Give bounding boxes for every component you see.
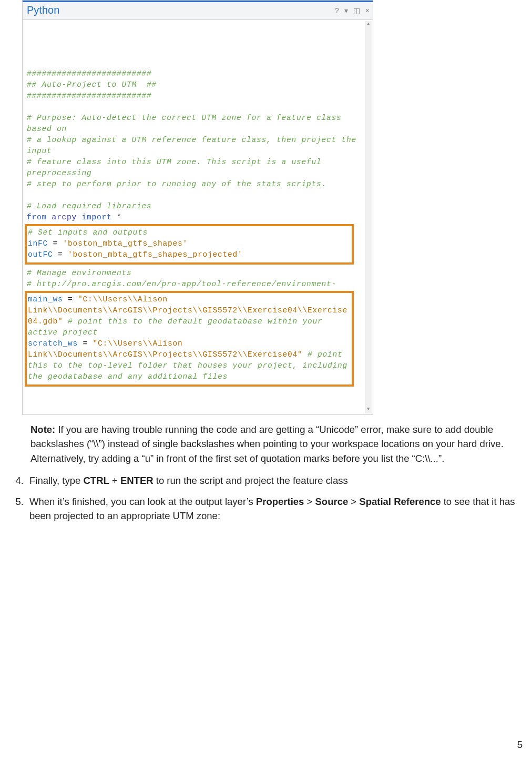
panel-title: Python	[27, 4, 59, 16]
properties-label: Properties	[256, 496, 304, 507]
code-line: # Manage environments	[27, 269, 132, 277]
menu-icon[interactable]: ▾	[344, 7, 348, 14]
code-line: # step to perform prior to running any o…	[27, 180, 326, 188]
code-text: ######################### ## Auto-Projec…	[27, 57, 371, 387]
code-line: # Set inputs and outputs	[28, 228, 148, 237]
kbd-ctrl: CTRL	[83, 475, 109, 486]
code-token: =	[63, 295, 78, 303]
code-area[interactable]: ▲ ▼ ######################### ## Auto-Pr…	[23, 20, 373, 414]
code-token: 'boston_mbta_gtfs_shapes'	[63, 239, 188, 248]
code-token: from	[27, 213, 47, 221]
code-token: scratch_ws	[28, 339, 78, 348]
step-text: Finally, type	[29, 475, 83, 486]
note-text: If you are having trouble running the co…	[30, 424, 504, 464]
help-icon[interactable]: ?	[335, 7, 339, 14]
code-line: # Purpose: Auto-detect the correct UTM z…	[27, 114, 346, 133]
code-token: # point this to the default geodatabase …	[28, 317, 328, 337]
scrollbar[interactable]: ▲ ▼	[365, 21, 372, 413]
code-token: main_ws	[28, 295, 63, 303]
kbd-enter: ENTER	[120, 475, 154, 486]
highlight-box-workspaces: main_ws = "C:\\Users\\Alison Link\\Docum…	[25, 291, 354, 387]
page-number: 5	[517, 739, 523, 751]
panel-controls: ? ▾ ◫ ×	[335, 7, 370, 14]
code-line: # feature class into this UTM zone. This…	[27, 158, 326, 177]
pin-icon[interactable]: ◫	[353, 7, 360, 14]
highlight-box-inputs: # Set inputs and outputs inFC = 'boston_…	[25, 224, 354, 265]
scroll-up-icon[interactable]: ▲	[365, 21, 372, 28]
step-text: to run the script and project the featur…	[154, 475, 348, 486]
code-line: #########################	[27, 69, 152, 78]
close-icon[interactable]: ×	[365, 7, 370, 14]
step-text: +	[109, 475, 120, 486]
code-line: ## Auto-Project to UTM ##	[27, 80, 157, 89]
code-token: arcpy	[52, 213, 77, 221]
code-line: # http://pro.arcgis.com/en/pro-app/tool-…	[27, 280, 336, 288]
code-line: # Load required libraries	[27, 202, 152, 210]
source-label: Source	[315, 496, 349, 507]
code-token: =	[78, 339, 93, 348]
code-line: #########################	[27, 92, 152, 100]
code-token: inFC	[28, 239, 48, 248]
code-token: 'boston_mbta_gtfs_shapes_projected'	[68, 250, 243, 259]
code-line: # a lookup against a UTM reference featu…	[27, 136, 362, 155]
step-text: >	[304, 496, 315, 507]
code-token: =	[48, 239, 63, 248]
step-text: >	[348, 496, 359, 507]
spatial-ref-label: Spatial Reference	[359, 496, 441, 507]
step-4: Finally, type CTRL + ENTER to run the sc…	[26, 473, 523, 488]
steps-list: Finally, type CTRL + ENTER to run the sc…	[9, 473, 523, 523]
code-token: outFC	[28, 250, 53, 259]
python-panel: Python ? ▾ ◫ × ▲ ▼ #####################…	[22, 0, 373, 415]
note-block: Note: If you are having trouble running …	[30, 422, 523, 466]
code-token: =	[53, 250, 68, 259]
code-token: import	[82, 213, 112, 221]
code-token: *	[117, 213, 122, 221]
panel-titlebar: Python ? ▾ ◫ ×	[23, 1, 373, 20]
scroll-down-icon[interactable]: ▼	[365, 406, 372, 413]
step-5: When it’s finished, you can look at the …	[26, 494, 523, 524]
note-label: Note:	[30, 424, 55, 435]
step-text: When it’s finished, you can look at the …	[29, 496, 256, 507]
